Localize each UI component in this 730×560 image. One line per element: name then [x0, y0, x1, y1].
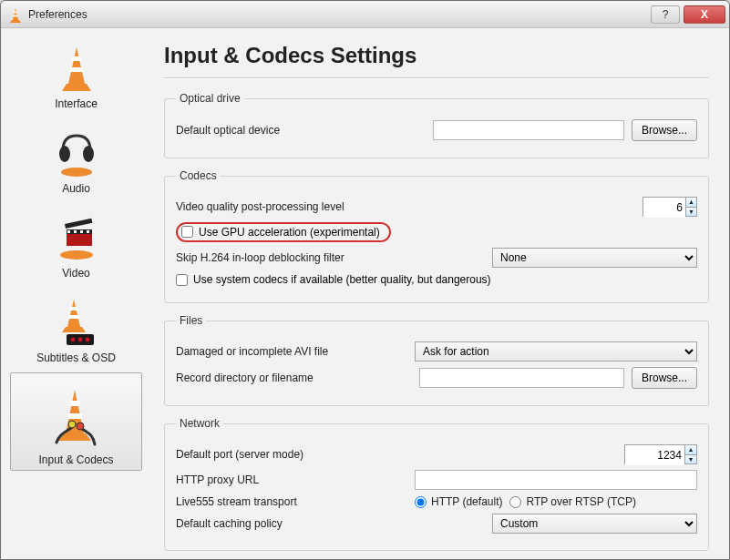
proxy-input[interactable]	[415, 470, 697, 490]
clapper-icon	[49, 213, 104, 263]
svg-rect-16	[68, 315, 79, 319]
caching-label: Default caching policy	[176, 517, 492, 530]
group-legend: Codecs	[176, 169, 221, 182]
svg-point-14	[60, 250, 93, 260]
svg-rect-3	[70, 67, 83, 72]
help-button[interactable]: ?	[651, 5, 680, 24]
client-area: Interface Audio Video Subtitles & OSD	[1, 28, 729, 559]
group-legend: Optical drive	[176, 92, 244, 105]
spin-down-icon[interactable]: ▼	[684, 455, 696, 464]
default-port-label: Default port (server mode)	[176, 448, 624, 461]
svg-rect-9	[65, 218, 92, 228]
group-legend: Network	[176, 417, 223, 430]
network-group: Network Default port (server mode) ▲▼ HT…	[164, 417, 709, 551]
syscodecs-label: Use system codecs if available (better q…	[193, 273, 491, 286]
browse-optical-button[interactable]: Browse...	[632, 119, 697, 141]
sidebar-item-label: Input & Codecs	[38, 453, 113, 466]
radio-label: HTTP (default)	[431, 495, 502, 508]
close-button[interactable]: X	[684, 5, 725, 24]
settings-page: Input & Codecs Settings Optical drive De…	[151, 28, 729, 559]
spin-up-icon[interactable]: ▲	[685, 198, 696, 208]
headphones-icon	[49, 128, 104, 178]
browse-record-button[interactable]: Browse...	[632, 367, 697, 389]
transport-label: Live555 stream transport	[176, 495, 415, 508]
svg-point-5	[83, 146, 94, 162]
radio-label: RTP over RTSP (TCP)	[526, 495, 635, 508]
svg-point-19	[77, 337, 82, 341]
codecs-group: Codecs Video quality post-processing lev…	[164, 169, 709, 303]
optical-drive-group: Optical drive Default optical device Bro…	[164, 92, 709, 158]
page-title: Input & Codecs Settings	[164, 43, 709, 68]
sidebar-item-label: Audio	[62, 182, 90, 195]
svg-point-24	[77, 423, 84, 430]
svg-point-23	[68, 421, 76, 428]
vlc-cone-icon	[8, 7, 23, 22]
default-optical-input[interactable]	[433, 120, 624, 140]
sidebar-item-interface[interactable]: Interface	[10, 34, 142, 115]
transport-rtp-radio[interactable]: RTP over RTSP (TCP)	[509, 495, 635, 508]
spin-down-icon[interactable]: ▼	[685, 208, 696, 217]
sidebar-item-label: Subtitles & OSD	[36, 351, 116, 364]
skip-deblock-label: Skip H.264 in-loop deblocking filter	[176, 251, 492, 264]
svg-point-18	[70, 337, 75, 341]
syscodecs-checkbox[interactable]	[176, 274, 188, 286]
svg-point-4	[59, 146, 70, 162]
cone-sign-icon	[49, 298, 104, 348]
sidebar-item-subtitles[interactable]: Subtitles & OSD	[10, 288, 142, 369]
cone-icon	[49, 44, 104, 94]
svg-point-20	[85, 337, 89, 341]
port-value[interactable]	[625, 445, 684, 465]
gpu-label: Use GPU acceleration (experimental)	[199, 226, 380, 239]
svg-rect-1	[14, 15, 18, 16]
svg-rect-21	[70, 401, 80, 406]
svg-rect-2	[72, 56, 81, 61]
port-spinbox[interactable]: ▲▼	[624, 444, 697, 464]
vqpp-value[interactable]	[643, 198, 685, 218]
svg-rect-22	[68, 413, 82, 419]
avi-label: Damaged or incomplete AVI file	[176, 345, 415, 358]
transport-http-radio[interactable]: HTTP (default)	[415, 495, 502, 508]
sidebar-item-audio[interactable]: Audio	[10, 118, 142, 199]
record-dir-input[interactable]	[419, 368, 624, 388]
skip-deblock-select[interactable]: None	[492, 248, 697, 268]
svg-rect-15	[69, 307, 77, 311]
titlebar: Preferences ? X	[1, 1, 729, 28]
avi-select[interactable]: Ask for action	[415, 341, 697, 361]
default-optical-label: Default optical device	[176, 124, 433, 137]
gpu-highlight: Use GPU acceleration (experimental)	[176, 222, 391, 242]
caching-select[interactable]: Custom	[492, 514, 697, 534]
sidebar-item-input-codecs[interactable]: Input & Codecs	[10, 372, 142, 471]
record-dir-label: Record directory or filename	[176, 372, 419, 384]
radio-http[interactable]	[415, 496, 427, 508]
divider	[164, 77, 709, 79]
svg-rect-11	[74, 230, 77, 233]
sidebar-item-label: Interface	[55, 97, 98, 110]
window-buttons: ? X	[651, 5, 725, 24]
svg-point-6	[61, 168, 92, 177]
group-legend: Files	[176, 314, 206, 327]
spin-up-icon[interactable]: ▲	[684, 445, 696, 455]
cone-cables-icon	[49, 386, 104, 450]
gpu-checkbox[interactable]	[181, 226, 193, 238]
proxy-label: HTTP proxy URL	[176, 473, 415, 486]
window-title: Preferences	[28, 8, 651, 21]
sidebar-item-video[interactable]: Video	[10, 203, 142, 284]
svg-rect-13	[87, 230, 89, 233]
sidebar-item-label: Video	[62, 267, 89, 280]
svg-rect-0	[14, 11, 17, 13]
preferences-window: Preferences ? X Interface Audio	[0, 0, 730, 560]
svg-rect-12	[80, 230, 83, 233]
radio-rtp[interactable]	[509, 496, 521, 508]
vqpp-spinbox[interactable]: ▲▼	[643, 197, 697, 217]
sidebar: Interface Audio Video Subtitles & OSD	[1, 28, 151, 559]
files-group: Files Damaged or incomplete AVI file Ask…	[164, 314, 709, 406]
svg-rect-10	[67, 230, 70, 233]
vqpp-label: Video quality post-processing level	[176, 200, 643, 213]
